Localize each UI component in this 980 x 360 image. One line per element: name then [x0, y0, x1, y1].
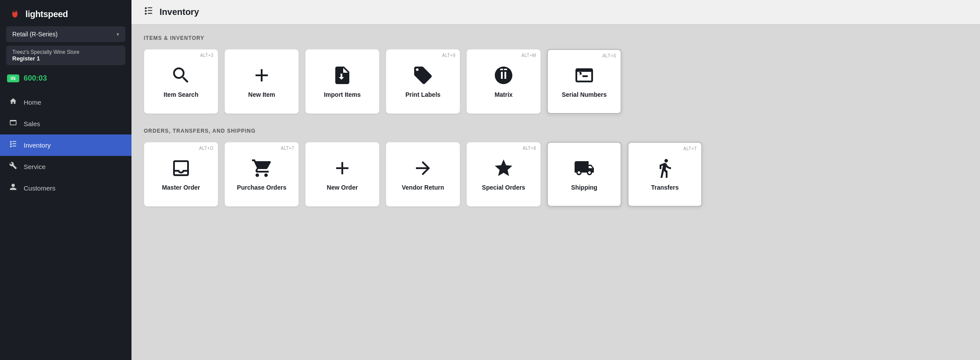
card-serial-numbers[interactable]: ALT+S Serial Numbers — [547, 49, 621, 114]
shortcut-matrix: ALT+M — [522, 53, 536, 58]
section-items-inventory: ITEMS & INVENTORY ALT+3 Item Search New … — [144, 35, 968, 114]
card-purchase-orders-label: Purchase Orders — [237, 184, 287, 191]
card-matrix-label: Matrix — [494, 91, 512, 98]
card-special-orders-label: Special Orders — [482, 184, 526, 191]
items-inventory-grid: ALT+3 Item Search New Item Import Items — [144, 49, 968, 114]
sidebar-item-service[interactable]: Service — [0, 156, 131, 177]
shortcut-special-orders: ALT+8 — [523, 146, 536, 151]
card-item-search-label: Item Search — [163, 91, 198, 98]
home-icon — [9, 97, 18, 107]
sidebar-item-sales[interactable]: Sales — [0, 113, 131, 134]
plus-icon — [251, 65, 272, 86]
card-new-item[interactable]: New Item — [224, 49, 299, 114]
shortcut-item-search: ALT+3 — [200, 53, 214, 58]
logo-area: lightspeed — [0, 0, 131, 26]
card-print-labels[interactable]: ALT+9 Print Labels — [386, 49, 460, 114]
register-name: Register 1 — [12, 55, 119, 62]
shortcut-print-labels: ALT+9 — [442, 53, 456, 58]
section-items-inventory-title: ITEMS & INVENTORY — [144, 35, 968, 41]
matrix-icon — [493, 65, 514, 86]
service-icon — [9, 162, 18, 172]
card-new-item-label: New Item — [248, 91, 275, 98]
card-master-order-label: Master Order — [162, 184, 200, 191]
sidebar-item-customers[interactable]: Customers — [0, 177, 131, 199]
status-badge: IN — [7, 74, 19, 82]
sidebar-item-inventory[interactable]: Inventory — [0, 134, 131, 156]
shortcut-master-order: ALT+O — [199, 146, 213, 151]
sidebar-item-inventory-label: Inventory — [24, 141, 51, 149]
arrow-right-icon — [412, 158, 433, 179]
card-transfers[interactable]: ALT+T Transfers — [628, 142, 702, 207]
card-vendor-return-label: Vendor Return — [402, 184, 444, 191]
clock-time: 600:03 — [24, 74, 47, 83]
store-selector[interactable]: Retail (R-Series) ▾ — [6, 26, 125, 42]
sales-icon — [9, 119, 18, 129]
new-order-plus-icon — [332, 158, 353, 179]
section-orders-transfers: ORDERS, TRANSFERS, AND SHIPPING ALT+O Ma… — [144, 128, 968, 207]
store-name: Treez's Specialty Wine Store — [12, 49, 119, 55]
topbar-title: Inventory — [160, 7, 199, 17]
card-new-order-label: New Order — [327, 184, 358, 191]
inventory-icon — [9, 140, 18, 150]
customers-icon — [9, 183, 18, 193]
card-serial-numbers-label: Serial Numbers — [562, 91, 607, 98]
card-master-order[interactable]: ALT+O Master Order — [144, 142, 218, 207]
card-import-items[interactable]: Import Items — [305, 49, 380, 114]
orders-transfers-grid: ALT+O Master Order ALT+7 Purchase Orders… — [144, 142, 968, 207]
import-icon — [332, 65, 353, 86]
search-icon — [170, 65, 192, 86]
clock-area: IN 600:03 — [6, 72, 125, 85]
card-special-orders[interactable]: ALT+8 Special Orders — [466, 142, 541, 207]
star-icon — [493, 158, 514, 179]
sidebar-item-customers-label: Customers — [24, 184, 56, 192]
chevron-down-icon: ▾ — [117, 32, 119, 37]
topbar-inventory-icon — [144, 6, 153, 18]
main-content: Inventory ITEMS & INVENTORY ALT+3 Item S… — [131, 0, 980, 360]
truck-icon — [574, 158, 595, 179]
topbar: Inventory — [131, 0, 980, 25]
sidebar-item-home[interactable]: Home — [0, 92, 131, 113]
shortcut-serial-numbers: ALT+S — [602, 53, 616, 58]
sidebar-item-service-label: Service — [24, 163, 46, 170]
card-new-order[interactable]: New Order — [305, 142, 380, 207]
card-transfers-label: Transfers — [651, 184, 678, 191]
card-matrix[interactable]: ALT+M Matrix — [466, 49, 541, 114]
logo-flame-icon — [9, 8, 21, 20]
logo-text: lightspeed — [25, 9, 68, 19]
road-icon — [654, 158, 675, 179]
sidebar: lightspeed Retail (R-Series) ▾ Treez's S… — [0, 0, 131, 360]
sidebar-item-sales-label: Sales — [24, 120, 40, 127]
nav: Home Sales Inventory Service — [0, 89, 131, 360]
store-selector-label: Retail (R-Series) — [12, 31, 57, 38]
content-area: ITEMS & INVENTORY ALT+3 Item Search New … — [131, 25, 980, 360]
card-purchase-orders[interactable]: ALT+7 Purchase Orders — [224, 142, 299, 207]
label-icon — [412, 65, 433, 86]
shortcut-transfers: ALT+T — [683, 146, 697, 151]
card-import-items-label: Import Items — [324, 91, 361, 98]
store-info: Treez's Specialty Wine Store Register 1 — [6, 46, 125, 65]
cart-icon — [251, 158, 272, 179]
terminal-icon — [574, 65, 595, 86]
sidebar-item-home-label: Home — [24, 99, 41, 106]
card-item-search[interactable]: ALT+3 Item Search — [144, 49, 218, 114]
shortcut-purchase-orders: ALT+7 — [281, 146, 295, 151]
card-shipping[interactable]: Shipping — [547, 142, 621, 207]
inbox-icon — [170, 158, 192, 179]
card-print-labels-label: Print Labels — [405, 91, 440, 98]
section-orders-title: ORDERS, TRANSFERS, AND SHIPPING — [144, 128, 968, 134]
card-vendor-return[interactable]: Vendor Return — [386, 142, 460, 207]
card-shipping-label: Shipping — [571, 184, 597, 191]
